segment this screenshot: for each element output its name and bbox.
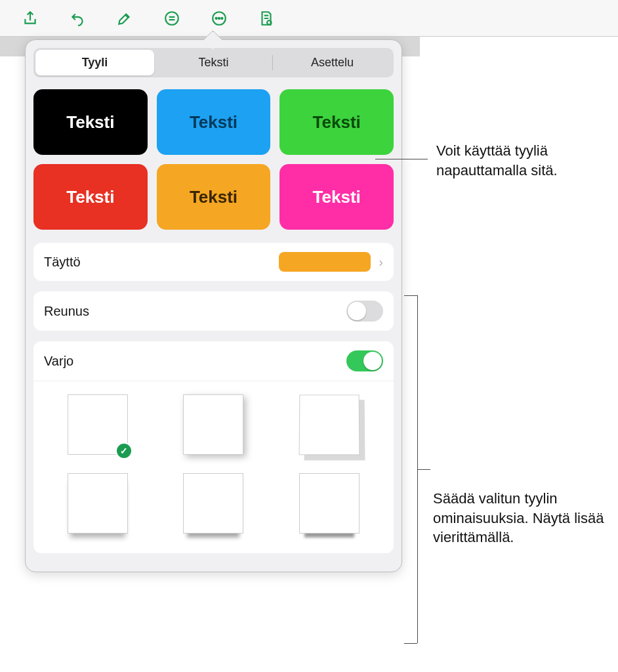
fill-label: Täyttö [44, 255, 279, 270]
shadow-option-6[interactable] [299, 473, 360, 534]
more-icon[interactable] [209, 8, 230, 29]
callout-bottom: Säädä valitun tyylin ominaisuuksia. Näyt… [433, 489, 613, 547]
shadow-section: Varjo ✓ [33, 341, 394, 553]
shadow-option-5[interactable] [183, 473, 243, 534]
svg-point-4 [221, 17, 222, 18]
read-icon[interactable] [256, 8, 277, 29]
style-preset-3[interactable]: Teksti [279, 89, 394, 155]
segmented-control: Tyyli Teksti Asettelu [33, 48, 394, 77]
callout-top: Voit käyttää tyyliä napauttamalla sitä. [436, 141, 613, 180]
callout-bracket-top [404, 295, 417, 296]
svg-point-2 [216, 17, 217, 18]
border-row: Reunus [33, 291, 394, 331]
fill-section: Täyttö › [33, 243, 394, 281]
border-section: Reunus [33, 291, 394, 331]
svg-point-5 [267, 20, 272, 25]
shadow-option-1[interactable]: ✓ [68, 394, 128, 455]
brush-icon[interactable] [114, 8, 135, 29]
format-popover: Tyyli Teksti Asettelu TekstiTekstiTeksti… [25, 39, 402, 572]
callout-bracket-arm [417, 469, 430, 470]
style-preset-6[interactable]: Teksti [279, 164, 394, 230]
style-preset-2[interactable]: Teksti [157, 89, 271, 155]
shadow-row: Varjo [33, 341, 394, 381]
style-preset-1[interactable]: Teksti [33, 89, 148, 155]
share-icon[interactable] [20, 8, 41, 29]
svg-point-3 [218, 17, 220, 18]
shadow-option-2[interactable] [183, 394, 243, 455]
tab-style[interactable]: Tyyli [35, 50, 154, 75]
align-icon[interactable] [161, 8, 182, 29]
tab-layout[interactable]: Asettelu [273, 50, 392, 75]
tab-text[interactable]: Teksti [154, 50, 273, 75]
border-label: Reunus [44, 304, 346, 319]
style-preset-5[interactable]: Teksti [157, 164, 271, 230]
shadow-option-3[interactable] [299, 394, 360, 455]
style-presets-grid: TekstiTekstiTekstiTekstiTekstiTeksti [33, 89, 394, 230]
shadow-toggle[interactable] [346, 350, 383, 371]
svg-point-0 [165, 12, 178, 25]
fill-color-swatch [279, 252, 371, 272]
shadow-label: Varjo [44, 354, 346, 369]
callout-line [375, 159, 428, 159]
style-preset-4[interactable]: Teksti [33, 164, 148, 230]
toolbar [0, 0, 618, 37]
border-toggle[interactable] [346, 301, 383, 322]
shadow-options-grid: ✓ [33, 381, 394, 553]
callout-bracket-bottom [404, 643, 417, 644]
shadow-option-4[interactable] [68, 473, 128, 534]
undo-icon[interactable] [67, 8, 88, 29]
chevron-right-icon: › [379, 255, 383, 270]
fill-row[interactable]: Täyttö › [33, 243, 394, 281]
